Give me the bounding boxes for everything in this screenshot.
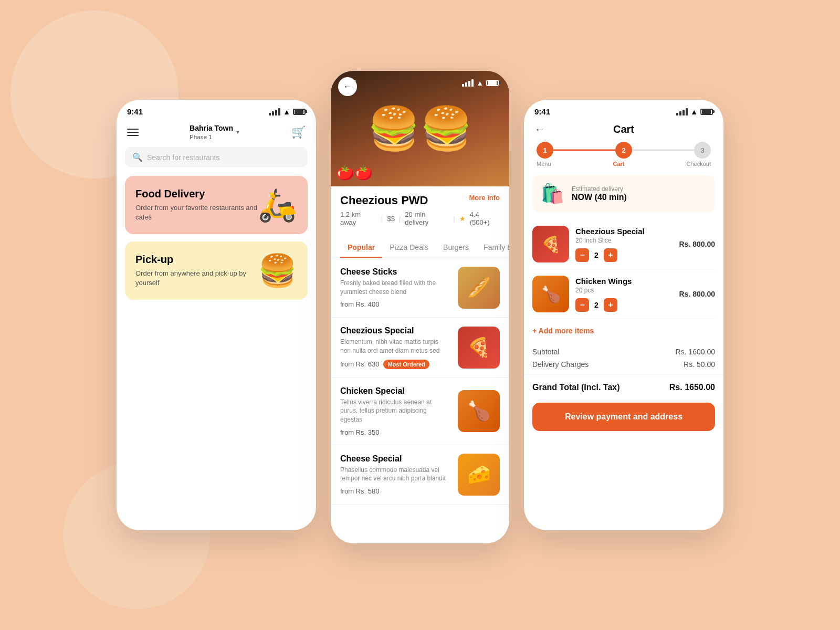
qty-decrease-pizza[interactable]: − (575, 248, 589, 262)
cart-item-name: Chicken Wings (575, 277, 673, 286)
status-bar-1: 9:41 ▲ (117, 100, 316, 120)
battery-icon (293, 109, 306, 115)
item-price: from Rs. 400 (340, 300, 450, 308)
qty-control-wings: − 2 + (575, 298, 673, 312)
cart-item-pizza: 🍕 Cheezious Special 20 Inch Slice − 2 + … (532, 219, 715, 269)
step-labels: Menu Cart Checkout (537, 161, 711, 167)
qty-increase-pizza[interactable]: + (604, 248, 617, 262)
cart-item-price-pizza: Rs. 800.00 (679, 240, 716, 248)
bar4 (471, 79, 474, 87)
search-icon: 🔍 (132, 152, 143, 162)
item-price: from Rs. 350 (340, 428, 450, 436)
progress-steps: 1 2 3 Menu Cart Checkout (524, 142, 723, 175)
pickup-card[interactable]: Pick-up Order from anywhere and pick-up … (125, 242, 308, 300)
delivery-card-text: Food Delivery Order from your favorite r… (135, 188, 258, 222)
item-desc: Elementum, nibh vitae mattis turpis non … (340, 338, 450, 355)
signal-icon (269, 108, 280, 116)
phones-container: 9:41 ▲ (117, 87, 723, 543)
delivery-estimate-card: 🛍️ Estimated delivery NOW (40 min) (532, 175, 715, 212)
bar2 (272, 111, 274, 116)
step-label-cart: Cart (613, 161, 625, 167)
wifi-icon-3: ▲ (690, 108, 698, 116)
distance: 1.2 km away (340, 211, 377, 226)
qty-increase-wings[interactable]: + (604, 298, 617, 312)
cart-item-info-pizza: Cheezious Special 20 Inch Slice − 2 + (575, 227, 673, 262)
menu-list: Cheese Sticks Freshly baked bread filled… (331, 258, 509, 505)
delivery-label: Estimated delivery (572, 185, 627, 193)
cart-header: ← Cart (524, 120, 723, 142)
checkout-button[interactable]: Review payment and address (532, 403, 715, 431)
menu-item-info: Cheese Sticks Freshly baked bread filled… (340, 267, 458, 309)
restaurant-name: Cheezious PWD (340, 194, 428, 207)
delivery-info: Estimated delivery NOW (40 min) (572, 185, 627, 202)
delivery-charges-value: Rs. 50.00 (684, 360, 715, 369)
star-icon: ★ (459, 215, 466, 223)
step-menu: 1 (537, 142, 553, 159)
status-time-2: 9:41 (341, 78, 357, 87)
cart-item-sub: 20 pcs (575, 287, 673, 294)
hero-tomatoes-emoji: 🍅🍅 (336, 164, 373, 181)
tab-family[interactable]: Family D (476, 238, 509, 258)
step-checkout: 3 (694, 142, 711, 159)
more-info-button[interactable]: More info (469, 194, 500, 202)
restaurant-hero: 9:41 ▲ 🍔🍔 🍅🍅 ← (331, 71, 509, 186)
menu-item-cheezious-special[interactable]: Cheezious Special Elementum, nibh vitae … (331, 318, 509, 378)
delivery-card-subtitle: Order from your favorite restaurants and… (135, 203, 258, 222)
bar1 (462, 84, 464, 87)
tab-pizza-deals[interactable]: Pizza Deals (382, 238, 436, 258)
qty-control-pizza: − 2 + (575, 248, 673, 262)
bar4 (278, 108, 280, 116)
cart-item-image-pizza: 🍕 (532, 226, 569, 262)
location-name: Bahria Town (190, 124, 233, 132)
delivery-charges-label: Delivery Charges (532, 360, 589, 369)
subtotal-label: Subtotal (532, 348, 559, 356)
grand-total-row: Grand Total (Incl. Tax) Rs. 1650.00 (524, 380, 723, 400)
item-name-text: Cheezious Special (340, 326, 414, 335)
status-icons-2: ▲ (462, 79, 499, 87)
price-range: $$ (387, 215, 395, 223)
progress-track: 1 2 3 (537, 142, 711, 159)
tab-burgers[interactable]: Burgers (436, 238, 476, 258)
hline2 (127, 132, 139, 133)
back-button-cart[interactable]: ← (534, 123, 545, 135)
chevron-down-icon: ▼ (235, 129, 240, 135)
cart-item-wings: 🍗 Chicken Wings 20 pcs − 2 + Rs. 800.00 (532, 269, 715, 319)
grand-total-value: Rs. 1650.00 (669, 383, 715, 392)
add-more-items-button[interactable]: + Add more items (524, 319, 723, 342)
delivery-time: 20 min delivery (405, 211, 449, 226)
menu-tabs: Popular Pizza Deals Burgers Family D (331, 238, 509, 258)
wifi-icon-2: ▲ (476, 79, 484, 87)
bar1 (269, 113, 271, 116)
battery-fill-3 (702, 110, 711, 114)
menu-item-chicken-special[interactable]: Chicken Special Tellus viverra ridiculus… (331, 378, 509, 445)
search-bar[interactable]: 🔍 Search for restaurants (125, 147, 308, 167)
qty-decrease-wings[interactable]: − (575, 298, 589, 312)
pickup-card-subtitle: Order from anywhere and pick-up by yours… (135, 269, 258, 288)
subtotal-value: Rs. 1600.00 (676, 348, 716, 356)
step-label-checkout: Checkout (687, 161, 711, 167)
delivery-card[interactable]: Food Delivery Order from your favorite r… (125, 176, 308, 234)
menu-item-info: Cheese Special Phasellus commodo malesua… (340, 454, 458, 496)
delivery-charges-row: Delivery Charges Rs. 50.00 (532, 360, 715, 369)
location-sub: Phase 1 (190, 133, 233, 141)
status-time-3: 9:41 (534, 107, 550, 116)
location-selector[interactable]: Bahria Town Phase 1 ▼ (190, 123, 240, 141)
step-label-menu: Menu (537, 161, 551, 167)
menu-item-info: Chicken Special Tellus viverra ridiculus… (340, 386, 458, 436)
item-name: Cheese Sticks (340, 267, 450, 277)
tab-popular[interactable]: Popular (340, 238, 382, 258)
battery-icon-2 (486, 80, 499, 86)
menu-button[interactable] (127, 129, 139, 136)
cart-items-list: 🍕 Cheezious Special 20 Inch Slice − 2 + … (524, 219, 723, 319)
menu-item-cheese-special[interactable]: Cheese Special Phasellus commodo malesua… (331, 445, 509, 505)
search-placeholder: Search for restaurants (147, 153, 220, 162)
bar3 (468, 81, 470, 87)
battery-icon-3 (700, 109, 713, 115)
menu-item-cheese-sticks[interactable]: Cheese Sticks Freshly baked bread filled… (331, 258, 509, 318)
cart-button[interactable]: 🛒 (291, 125, 306, 139)
delivery-time: NOW (40 min) (572, 193, 627, 202)
location-text: Bahria Town Phase 1 (190, 123, 233, 141)
bar2 (465, 82, 467, 87)
item-price: from Rs. 580 (340, 487, 450, 495)
bar2 (679, 111, 681, 116)
